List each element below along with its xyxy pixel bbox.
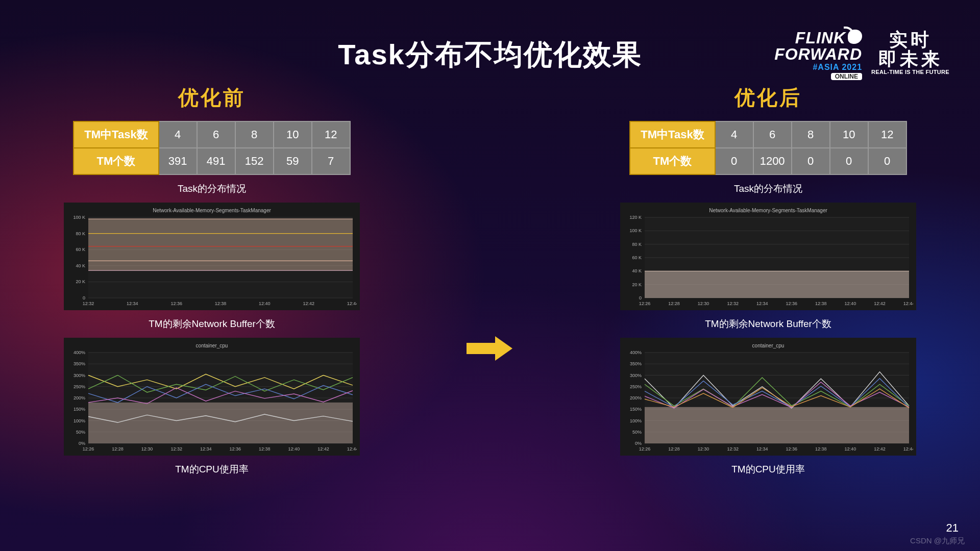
table-cell: 8 (235, 121, 274, 148)
svg-text:12:42: 12:42 (874, 301, 886, 306)
svg-text:12:28: 12:28 (112, 446, 124, 452)
svg-text:120 K: 120 K (629, 215, 642, 220)
table-cell: 12 (312, 121, 350, 148)
table-cell: 6 (753, 121, 792, 148)
svg-text:100 K: 100 K (73, 215, 85, 220)
table-cell: 0 (868, 148, 906, 174)
table-cell: 4 (159, 121, 197, 148)
svg-text:20 K: 20 K (632, 282, 642, 287)
chart-title: container_cpu (623, 341, 913, 350)
svg-text:12:44: 12:44 (903, 301, 913, 306)
chart-title: container_cpu (67, 341, 357, 350)
svg-text:12:42: 12:42 (874, 446, 886, 452)
svg-text:50%: 50% (76, 430, 85, 435)
table-cell: 59 (274, 148, 312, 174)
svg-text:20 K: 20 K (76, 279, 85, 284)
svg-text:12:30: 12:30 (698, 301, 709, 306)
svg-text:12:34: 12:34 (756, 301, 768, 306)
svg-text:250%: 250% (630, 384, 642, 389)
svg-text:12:44: 12:44 (347, 446, 357, 452)
svg-text:400%: 400% (630, 350, 642, 355)
svg-text:12:38: 12:38 (815, 301, 827, 306)
svg-text:100%: 100% (630, 418, 642, 423)
svg-rect-40 (88, 403, 353, 443)
svg-text:12:36: 12:36 (786, 446, 798, 452)
table-cell: 0 (830, 148, 868, 174)
svg-text:60 K: 60 K (632, 255, 642, 260)
svg-text:12:42: 12:42 (303, 301, 314, 306)
before-column: 优化前 TM中Task数 4 6 8 10 12 TM个数 391 491 15… (59, 84, 365, 480)
before-buffer-chart: Network-Available-Memory-Segments-TaskMa… (64, 203, 360, 310)
svg-text:250%: 250% (74, 384, 85, 389)
svg-text:300%: 300% (630, 373, 642, 378)
svg-text:12:40: 12:40 (845, 446, 856, 452)
svg-text:12:42: 12:42 (317, 446, 329, 452)
table-cell: 12 (868, 121, 906, 148)
chart-caption: Task的分布情况 (178, 182, 246, 195)
conference-logo: FLINK FORWARD #ASIA 2021 ONLINE 实时 即未来 R… (774, 30, 949, 80)
svg-text:150%: 150% (74, 407, 85, 412)
after-buffer-chart: Network-Available-Memory-Segments-TaskMa… (620, 203, 916, 310)
svg-text:12:40: 12:40 (288, 446, 300, 452)
arrow-icon (467, 206, 513, 359)
table-cell: 391 (159, 148, 197, 174)
svg-text:300%: 300% (74, 373, 85, 378)
svg-text:0%: 0% (635, 441, 642, 446)
after-table: TM中Task数 4 6 8 10 12 TM个数 0 1200 0 0 0 (629, 121, 906, 175)
before-heading: 优化前 (178, 84, 246, 112)
svg-text:150%: 150% (630, 407, 642, 412)
table-row-header: TM中Task数 (74, 121, 158, 148)
svg-text:12:30: 12:30 (698, 446, 709, 452)
after-heading: 优化后 (734, 84, 802, 112)
svg-text:12:36: 12:36 (230, 446, 241, 452)
svg-text:100 K: 100 K (629, 228, 642, 233)
table-row-header: TM中Task数 (630, 121, 715, 148)
svg-text:12:38: 12:38 (259, 446, 271, 452)
svg-text:12:36: 12:36 (786, 301, 798, 306)
before-table: TM中Task数 4 6 8 10 12 TM个数 391 491 152 59… (73, 121, 350, 175)
chart-caption: Task的分布情况 (734, 182, 802, 195)
table-cell: 0 (792, 148, 830, 174)
after-column: 优化后 TM中Task数 4 6 8 10 12 TM个数 0 1200 0 0… (615, 84, 921, 480)
chart-title: Network-Available-Memory-Segments-TaskMa… (67, 206, 357, 215)
table-cell: 152 (235, 148, 274, 174)
svg-text:100%: 100% (74, 418, 85, 423)
svg-text:12:26: 12:26 (639, 446, 651, 452)
svg-text:12:44: 12:44 (903, 446, 913, 452)
svg-text:350%: 350% (630, 361, 642, 366)
svg-text:12:44: 12:44 (347, 301, 357, 306)
svg-text:12:32: 12:32 (170, 446, 182, 452)
table-cell: 10 (830, 121, 868, 148)
chart-caption: TM的剩余Network Buffer个数 (705, 317, 831, 331)
svg-text:12:30: 12:30 (141, 446, 153, 452)
svg-text:12:28: 12:28 (668, 301, 680, 306)
svg-text:50%: 50% (632, 430, 642, 435)
before-cpu-chart: container_cpu 0%50%100%150%200%250%300%3… (64, 338, 360, 456)
watermark: CSDN @九师兄 (910, 536, 965, 546)
squirrel-icon (848, 30, 862, 44)
table-cell: 7 (312, 148, 350, 174)
flink-forward-logo: FLINK FORWARD #ASIA 2021 ONLINE (774, 30, 862, 80)
svg-text:80 K: 80 K (632, 242, 642, 247)
table-cell: 8 (792, 121, 830, 148)
page-number: 21 (946, 521, 959, 535)
svg-text:12:26: 12:26 (639, 301, 651, 306)
svg-text:80 K: 80 K (76, 231, 85, 236)
svg-text:12:32: 12:32 (83, 301, 94, 306)
svg-text:12:26: 12:26 (83, 446, 94, 452)
table-cell: 0 (715, 148, 753, 174)
svg-text:0: 0 (639, 295, 642, 300)
chart-caption: TM的CPU使用率 (731, 463, 805, 476)
table-cell: 6 (197, 121, 235, 148)
table-cell: 1200 (753, 148, 792, 174)
svg-text:12:32: 12:32 (727, 446, 739, 452)
svg-rect-13 (88, 219, 353, 270)
chart-title: Network-Available-Memory-Segments-TaskMa… (623, 206, 913, 215)
table-cell: 491 (197, 148, 235, 174)
svg-text:12:28: 12:28 (668, 446, 680, 452)
svg-rect-96 (645, 407, 909, 443)
svg-text:200%: 200% (74, 395, 85, 400)
chart-caption: TM的CPU使用率 (175, 463, 249, 476)
realtime-future-logo: 实时 即未来 REAL-TIME IS THE FUTURE (871, 30, 949, 75)
svg-text:40 K: 40 K (632, 268, 642, 273)
